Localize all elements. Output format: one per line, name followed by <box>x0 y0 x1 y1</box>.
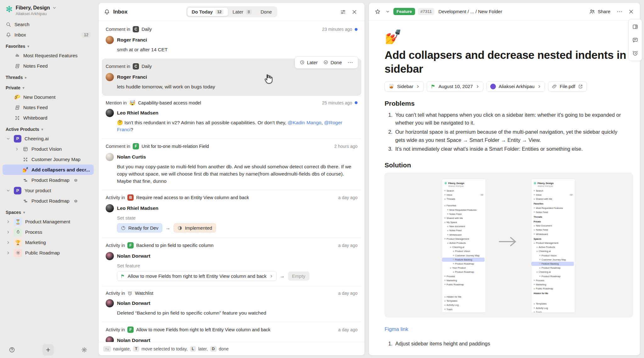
section-header-spaces[interactable]: Spaces▾ <box>3 206 94 216</box>
tab-later[interactable]: Later8 <box>228 7 256 16</box>
breadcrumb[interactable]: Development / ... / New Folder <box>438 9 502 14</box>
section-header-favorites[interactable]: Favorites▾ <box>3 40 94 50</box>
comments-button[interactable] <box>631 36 639 44</box>
sidebar-item-search[interactable]: Search <box>3 19 94 30</box>
author-name[interactable]: Nolan Dorwart <box>117 253 150 259</box>
author-name[interactable]: Nolan Dorwart <box>117 300 150 306</box>
document-emoji[interactable]: 💅 <box>385 29 627 44</box>
inbox-close-button[interactable] <box>349 7 359 17</box>
workspace-switcher[interactable]: ✻ Fibery, Design Aliaksei Arkhipau <box>3 4 94 19</box>
sidebar-item-add-collapsers-and-decr[interactable]: 💅Add collapsers and decr... <box>3 165 94 175</box>
feature-type-badge[interactable]: Feature <box>393 8 415 15</box>
more-actions-button[interactable]: ⋯ <box>345 58 356 67</box>
item-context-link[interactable]: Watchlist <box>135 291 153 296</box>
help-button[interactable] <box>7 345 17 355</box>
item-context-link[interactable]: Daily <box>142 27 152 32</box>
sidebar-item-product-vision[interactable]: Product Vision <box>3 144 94 154</box>
chevron-right-icon[interactable] <box>14 147 19 151</box>
avatar[interactable] <box>106 252 114 260</box>
sidebar-item-cheering-ai[interactable]: PCheering.ai <box>3 133 94 144</box>
settings-button[interactable] <box>79 345 89 355</box>
sidebar-item-customer-journey-map[interactable]: Customer Journey Map <box>3 154 94 165</box>
inbox-item[interactable]: Activity inFAllow to move Fields from ri… <box>102 322 361 342</box>
avatar[interactable] <box>106 109 114 117</box>
detail-close-button[interactable] <box>627 7 636 16</box>
sidebar-item-process[interactable]: Process <box>3 227 94 237</box>
sidebar-item-product-roadmap[interactable]: Product Roadmap <box>3 175 94 185</box>
sidebar-item-notes-feed[interactable]: Notes Feed <box>3 61 94 71</box>
avatar[interactable] <box>106 36 114 44</box>
feature-chip[interactable]: Allow to move Fields from right to left … <box>117 271 277 281</box>
section-header-active-products[interactable]: Active Products▾ <box>3 123 94 133</box>
chevron-down-icon[interactable] <box>53 6 56 10</box>
item-context-link[interactable]: Backend to pin field to specific column <box>136 243 214 248</box>
field-chip-aliaksei-arkhipau[interactable]: Aliaksei Arkhipau <box>486 81 545 92</box>
tab-do-today[interactable]: Do Today12 <box>187 7 228 16</box>
field-chip-sidebar[interactable]: 🥃Sidebar <box>385 81 424 92</box>
chevron-down-icon[interactable] <box>6 137 11 141</box>
avatar[interactable] <box>106 153 114 161</box>
author-name[interactable]: Leo Rhiel Madsen <box>117 110 158 116</box>
inbox-item[interactable]: Comment inCDailyLaterDone⋯Roger Francile… <box>102 59 361 96</box>
reminders-button[interactable] <box>631 49 639 57</box>
entity-dropdown-button[interactable] <box>385 7 391 16</box>
later-button[interactable]: Later <box>297 59 320 66</box>
add-button[interactable] <box>42 344 54 355</box>
author-name[interactable]: Roger Franci <box>117 74 147 80</box>
chevron-right-icon[interactable] <box>6 220 11 224</box>
panels-toggle-button[interactable] <box>631 23 639 31</box>
field-chip-file-pdf[interactable]: File.pdf <box>548 81 587 92</box>
item-context-link[interactable]: Capability-based access model <box>138 100 201 105</box>
chevron-right-icon[interactable] <box>6 251 11 255</box>
item-context-link[interactable]: Require read access to an Entity View co… <box>136 195 249 200</box>
author-name[interactable]: Leo Rhiel Madsen <box>117 205 158 211</box>
inbox-item[interactable]: Activity inWatchlista day agoNolan Dorwa… <box>102 286 361 322</box>
state-chip-to[interactable]: Implemented <box>174 223 216 232</box>
author-name[interactable]: Roger Franci <box>117 37 147 43</box>
mention-link[interactable]: @Kadin Mango <box>288 120 321 125</box>
section-header-private[interactable]: Private▾ <box>3 81 94 92</box>
favorite-star-button[interactable] <box>373 7 382 16</box>
tab-done[interactable]: Done <box>256 7 276 16</box>
field-chip-august-10-2027[interactable]: August 10, 2027 <box>427 81 483 92</box>
unread-dot[interactable] <box>355 101 358 104</box>
avatar[interactable] <box>106 73 114 81</box>
item-context-link[interactable]: Daily <box>142 64 152 69</box>
inbox-item[interactable]: Activity inBRequire read access to an En… <box>102 190 361 238</box>
document-title[interactable]: Add collapsers and decrease nested inden… <box>385 48 627 76</box>
sidebar-item-product-roadmap[interactable]: Product Roadmap <box>3 196 94 206</box>
chevron-right-icon[interactable] <box>6 230 11 234</box>
inbox-item[interactable]: Mention in🤯Capability-based access model… <box>102 96 361 139</box>
sidebar-item-marketing[interactable]: 🏆Marketing <box>3 237 94 248</box>
inbox-item[interactable]: Comment inFUnit for to-one multi-relatio… <box>102 138 361 190</box>
sidebar-item-new-document[interactable]: 🌮New Document <box>3 92 94 102</box>
sidebar-item-notes-feed[interactable]: Notes Feed <box>3 102 94 113</box>
author-name[interactable]: Nolan Dorwart <box>117 338 150 342</box>
unread-dot[interactable] <box>355 28 358 31</box>
chevron-down-icon[interactable] <box>6 189 11 193</box>
share-button[interactable]: Share <box>586 7 613 16</box>
sidebar-item-most-requested-features[interactable]: Most Requested Features <box>3 50 94 61</box>
entity-id-badge[interactable]: #7311 <box>418 8 435 15</box>
avatar[interactable] <box>106 299 114 307</box>
sidebar-item-your-product[interactable]: PYour product <box>3 185 94 196</box>
sidebar-item-whiteboard[interactable]: Whiteboard <box>3 113 94 123</box>
avatar[interactable] <box>106 204 114 212</box>
sidebar-item-inbox[interactable]: Inbox12 <box>3 30 94 40</box>
state-chip-from[interactable]: Ready for Dev <box>117 223 162 232</box>
item-context-link[interactable]: Allow to move Fields from right to left … <box>136 327 270 332</box>
inbox-item[interactable]: Activity inFBackend to pin field to spec… <box>102 238 361 286</box>
sidebar-item-public-roadmap[interactable]: Public Roadmap <box>3 248 94 258</box>
section-header-threads[interactable]: Threads▸ <box>3 71 94 81</box>
item-context-link[interactable]: Unit for to-one multi-relation Field <box>142 144 209 149</box>
more-options-button[interactable]: ⋯ <box>615 7 624 16</box>
sidebar-item-product-management[interactable]: ⏳Product Management <box>3 216 94 227</box>
inbox-filter-button[interactable] <box>338 7 348 17</box>
chevron-right-icon[interactable] <box>6 241 11 244</box>
tab-label: Done <box>261 9 272 14</box>
figma-link[interactable]: Figma link <box>385 326 408 332</box>
avatar[interactable] <box>106 336 114 342</box>
done-button[interactable]: Done <box>321 59 344 66</box>
inbox-item[interactable]: Comment inCDaily23 minutes agoRoger Fran… <box>102 22 361 59</box>
author-name[interactable]: Nolan Curtis <box>117 154 146 160</box>
